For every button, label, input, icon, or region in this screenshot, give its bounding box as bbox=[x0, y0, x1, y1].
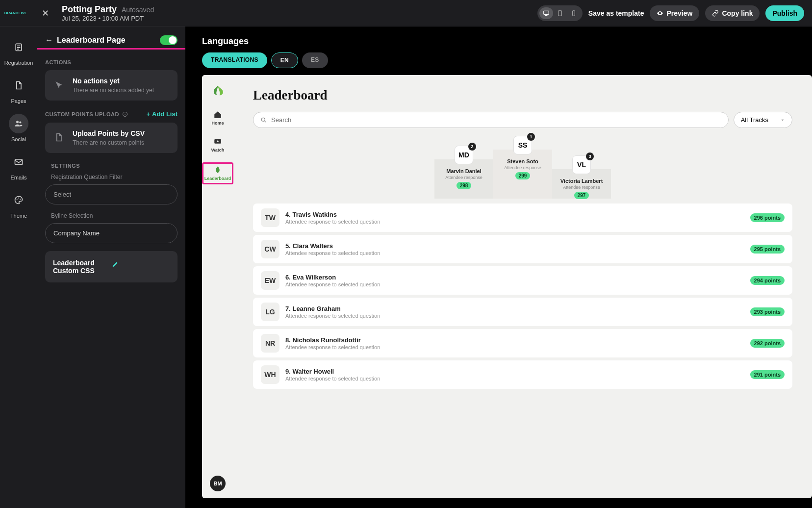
row-name: 6. Eva Wilkerson bbox=[285, 274, 744, 281]
page-enable-toggle[interactable] bbox=[160, 35, 178, 45]
custom-points-label: CUSTOM POINTS UPLOAD bbox=[45, 111, 128, 117]
copy-link-button[interactable]: Copy link bbox=[705, 5, 760, 21]
left-rail: Registration Pages Social Emails Theme bbox=[0, 26, 37, 508]
row-avatar: LG bbox=[261, 303, 279, 321]
editor-title: Leaderboard Page bbox=[57, 36, 126, 45]
search-icon bbox=[260, 117, 267, 124]
add-list-link[interactable]: + Add List bbox=[146, 110, 178, 118]
languages-title: Languages bbox=[202, 36, 812, 47]
row-info: 4. Travis Watkins Attendee response to s… bbox=[285, 211, 744, 225]
custom-css-heading: Leaderboard Custom CSS bbox=[53, 259, 111, 275]
leaderboard-row[interactable]: TW 4. Travis Watkins Attendee response t… bbox=[253, 203, 792, 232]
custom-css-card[interactable]: Leaderboard Custom CSS bbox=[45, 251, 178, 282]
device-mobile-button[interactable] bbox=[567, 7, 581, 19]
event-title: Potting Party bbox=[62, 4, 117, 15]
save-template-link[interactable]: Save as template bbox=[588, 9, 644, 17]
svg-rect-2 bbox=[573, 10, 575, 16]
rocket-icon bbox=[213, 166, 222, 175]
upload-sub: There are no custom points bbox=[73, 139, 145, 146]
row-byline: Attendee response to selected question bbox=[285, 376, 744, 381]
copy-link-label: Copy link bbox=[722, 9, 753, 17]
search-input[interactable] bbox=[271, 116, 721, 124]
leaderboard-row[interactable]: CW 5. Clara Walters Attendee response to… bbox=[253, 235, 792, 263]
no-actions-card: No actions yet There are no actions adde… bbox=[45, 70, 178, 101]
rail-emails-label: Emails bbox=[10, 175, 26, 180]
no-actions-heading: No actions yet bbox=[73, 77, 154, 85]
svg-rect-1 bbox=[558, 10, 561, 16]
frame-nav-home[interactable]: Home bbox=[210, 108, 225, 127]
svg-rect-6 bbox=[15, 159, 23, 165]
frame-nav-leaderboard[interactable]: Leaderboard bbox=[202, 162, 233, 184]
rail-social[interactable]: Social bbox=[9, 114, 28, 142]
preview-button[interactable]: Preview bbox=[650, 5, 699, 21]
leaderboard-controls: All Tracks bbox=[253, 112, 792, 128]
mail-icon bbox=[14, 157, 24, 167]
frame-user-avatar[interactable]: BM bbox=[210, 476, 226, 491]
row-avatar: CW bbox=[261, 240, 279, 258]
eye-icon bbox=[657, 10, 663, 17]
byline-select[interactable]: Company Name bbox=[45, 223, 178, 243]
tracks-filter[interactable]: All Tracks bbox=[734, 112, 792, 128]
publish-label: Publish bbox=[772, 9, 797, 17]
rail-theme[interactable]: Theme bbox=[9, 190, 28, 219]
row-avatar: WH bbox=[261, 365, 279, 384]
rail-pages[interactable]: Pages bbox=[9, 76, 28, 104]
rail-registration[interactable]: Registration bbox=[4, 37, 33, 66]
clipboard-icon bbox=[14, 42, 24, 52]
row-byline: Attendee response to selected question bbox=[285, 281, 744, 287]
leaderboard-row[interactable]: EW 6. Eva Wilkerson Attendee response to… bbox=[253, 266, 792, 295]
podium-avatar: MD2 bbox=[455, 146, 473, 164]
leaderboard-row[interactable]: LG 7. Leanne Graham Attendee response to… bbox=[253, 298, 792, 326]
upload-heading: Upload Points by CSV bbox=[73, 129, 145, 137]
document-icon bbox=[14, 80, 24, 90]
leaderboard-row[interactable]: NR 8. Nicholas Runolfsdottir Attendee re… bbox=[253, 329, 792, 357]
row-info: 7. Leanne Graham Attendee response to se… bbox=[285, 305, 744, 319]
brand-logo: BRANDLIVE bbox=[8, 5, 24, 21]
row-name: 4. Travis Watkins bbox=[285, 211, 744, 218]
row-points: 294 points bbox=[750, 276, 785, 285]
edit-css-button[interactable] bbox=[111, 260, 170, 273]
header-right: Save as template Preview Copy link Publi… bbox=[537, 5, 804, 21]
tab-en[interactable]: EN bbox=[271, 52, 298, 68]
row-points: 291 points bbox=[750, 370, 785, 379]
svg-point-8 bbox=[18, 198, 19, 199]
save-status: Autosaved bbox=[122, 6, 154, 14]
podium-avatar: SS1 bbox=[513, 136, 532, 154]
link-icon bbox=[712, 10, 719, 17]
close-button[interactable]: ✕ bbox=[38, 6, 52, 20]
editor-header: ← Leaderboard Page bbox=[45, 35, 178, 45]
cursor-icon bbox=[54, 80, 64, 90]
no-actions-sub: There are no actions added yet bbox=[73, 87, 154, 94]
podium-first: SS1 Steven Soto Attendee response 299 bbox=[493, 136, 552, 199]
row-points: 293 points bbox=[750, 307, 785, 316]
row-byline: Attendee response to selected question bbox=[285, 250, 744, 256]
people-icon bbox=[14, 119, 24, 128]
row-avatar: NR bbox=[261, 334, 279, 353]
podium-second: MD2 Marvin Daniel Attendee response 298 bbox=[434, 146, 493, 199]
frame-nav-watch[interactable]: Watch bbox=[210, 135, 226, 154]
publish-button[interactable]: Publish bbox=[765, 5, 804, 21]
rail-emails[interactable]: Emails bbox=[9, 152, 28, 180]
row-byline: Attendee response to selected question bbox=[285, 313, 744, 319]
row-name: 9. Walter Howell bbox=[285, 368, 744, 375]
svg-point-12 bbox=[261, 118, 265, 121]
podium-third: VL3 Victoria Lambert Attendee response 2… bbox=[552, 155, 611, 199]
row-points: 295 points bbox=[750, 245, 785, 254]
device-desktop-button[interactable] bbox=[539, 7, 553, 19]
frame-nav-rail: Home Watch Leaderboard bbox=[202, 75, 233, 498]
row-avatar: EW bbox=[261, 271, 279, 290]
tab-translations[interactable]: TRANSLATIONS bbox=[202, 52, 267, 68]
leaderboard-row[interactable]: WH 9. Walter Howell Attendee response to… bbox=[253, 360, 792, 389]
podium-avatar: VL3 bbox=[572, 155, 591, 174]
reg-filter-select[interactable]: Select bbox=[45, 184, 178, 204]
upload-csv-card[interactable]: Upload Points by CSV There are no custom… bbox=[45, 123, 178, 153]
desktop-icon bbox=[543, 10, 550, 17]
leaderboard-search[interactable] bbox=[253, 112, 729, 128]
tab-es[interactable]: ES bbox=[302, 52, 328, 68]
tablet-icon bbox=[557, 10, 563, 17]
chevron-down-icon bbox=[780, 118, 785, 123]
svg-point-9 bbox=[20, 199, 21, 200]
device-tablet-button[interactable] bbox=[553, 7, 567, 19]
back-arrow-icon[interactable]: ← bbox=[45, 36, 53, 45]
palette-icon bbox=[14, 195, 24, 205]
